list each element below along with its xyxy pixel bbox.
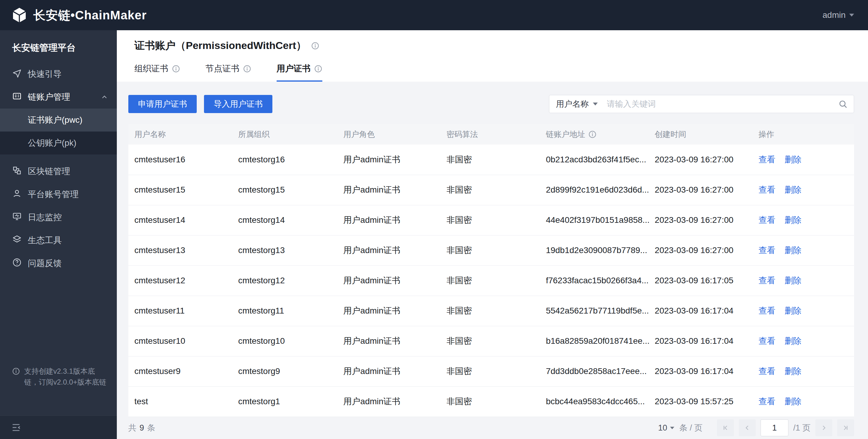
sidebar-item-blockchain-management[interactable]: 区块链管理 — [0, 160, 117, 183]
import-user-cert-button[interactable]: 导入用户证书 — [204, 95, 272, 113]
sidebar-item-chain-accounts[interactable]: 链账户管理 — [0, 86, 117, 108]
search-field-select[interactable]: 用户名称 — [549, 95, 604, 113]
toolbar: 申请用户证书 导入用户证书 用户名称 — [128, 95, 854, 113]
tab-info-icon[interactable] — [172, 65, 180, 73]
cell-created: 2023-03-09 16:17:05 — [649, 266, 752, 296]
tab-info-icon[interactable] — [314, 65, 322, 73]
cell-actions: 查看删除 — [752, 144, 854, 175]
view-link[interactable]: 查看 — [758, 336, 775, 345]
view-link[interactable]: 查看 — [758, 185, 775, 194]
cell-created: 2023-03-09 16:27:00 — [649, 235, 752, 266]
cell-address: b16a82859a20f018741ee... — [540, 326, 649, 356]
table-row: test cmtestorg1 用户admin证书 非国密 bcbc44ea95… — [128, 386, 854, 417]
cell-role: 用户admin证书 — [337, 205, 441, 235]
page-size-select[interactable]: 10 — [658, 423, 674, 433]
tab-label: 用户证书 — [277, 63, 311, 74]
user-menu[interactable]: admin — [823, 10, 854, 20]
table-row: cmtestuser14 cmtestorg14 用户admin证书 非国密 4… — [128, 205, 854, 235]
view-link[interactable]: 查看 — [758, 397, 775, 406]
version-note-text: 支持创建v2.3.1版本底链，订阅v2.0.0+版本底链 — [24, 366, 106, 387]
cell-algorithm: 非国密 — [440, 175, 540, 205]
page-size-unit: 条 / 页 — [679, 423, 703, 433]
cell-algorithm: 非国密 — [440, 266, 540, 296]
delete-link[interactable]: 删除 — [784, 215, 801, 225]
sidebar-item-feedback[interactable]: 问题反馈 — [0, 252, 117, 275]
view-link[interactable]: 查看 — [758, 245, 775, 255]
delete-link[interactable]: 删除 — [784, 185, 801, 194]
sidebar-item-label: 快速引导 — [28, 68, 62, 80]
table-body: cmtestuser16 cmtestorg16 用户admin证书 非国密 0… — [128, 144, 854, 417]
last-page-button[interactable] — [837, 419, 854, 436]
tab-org-cert[interactable]: 组织证书 — [134, 63, 180, 81]
cell-role: 用户admin证书 — [337, 326, 441, 356]
prev-page-button[interactable] — [739, 419, 756, 436]
info-icon — [12, 366, 20, 387]
delete-link[interactable]: 删除 — [784, 306, 801, 315]
page-title: 证书账户（PermissionedWithCert） — [134, 39, 306, 53]
cell-algorithm: 非国密 — [440, 386, 540, 417]
sidebar-item-quick-guide[interactable]: 快速引导 — [0, 63, 117, 86]
first-page-button[interactable] — [717, 419, 734, 436]
sidebar-item-label: 链账户管理 — [28, 91, 70, 103]
next-page-button[interactable] — [815, 419, 832, 436]
sidebar-item-cert-account-pwc[interactable]: 证书账户(pwc) — [0, 108, 117, 132]
cell-role: 用户admin证书 — [337, 386, 441, 417]
cell-user-name: cmtestuser15 — [128, 175, 232, 205]
address-info-icon[interactable] — [588, 130, 596, 138]
search-icon[interactable] — [832, 99, 854, 109]
cell-org: cmtestorg11 — [232, 296, 337, 326]
cell-address: 44e402f3197b0151a9858... — [540, 205, 649, 235]
cell-algorithm: 非国密 — [440, 144, 540, 175]
delete-link[interactable]: 删除 — [784, 397, 801, 406]
tab-info-icon[interactable] — [243, 65, 251, 73]
chevron-up-icon — [100, 93, 108, 101]
col-user-name: 用户名称 — [128, 124, 232, 144]
delete-link[interactable]: 删除 — [784, 245, 801, 255]
monitor-icon — [12, 212, 22, 224]
page-header: 证书账户（PermissionedWithCert） 组织证书 节点证书 — [117, 30, 868, 81]
delete-link[interactable]: 删除 — [784, 155, 801, 164]
cell-algorithm: 非国密 — [440, 205, 540, 235]
cell-user-name: cmtestuser11 — [128, 296, 232, 326]
sidebar-item-platform-accounts[interactable]: 平台账号管理 — [0, 183, 117, 206]
table-header-row: 用户名称 所属组织 用户角色 密码算法 链账户地址 创建时间 操 — [128, 124, 854, 144]
col-org: 所属组织 — [232, 124, 337, 144]
sidebar-item-public-key-account-pk[interactable]: 公钥账户(pk) — [0, 132, 117, 155]
cell-user-name: cmtestuser12 — [128, 266, 232, 296]
user-icon — [12, 189, 22, 200]
current-page-input[interactable] — [761, 419, 788, 436]
apply-user-cert-button[interactable]: 申请用户证书 — [128, 95, 197, 113]
sidebar-item-eco-tools[interactable]: 生态工具 — [0, 229, 117, 252]
cell-user-name: cmtestuser9 — [128, 356, 232, 386]
collapse-sidebar-icon[interactable] — [11, 423, 21, 433]
cell-created: 2023-03-09 16:17:04 — [649, 356, 752, 386]
delete-link[interactable]: 删除 — [784, 276, 801, 285]
chainmaker-logo-icon — [11, 7, 28, 24]
view-link[interactable]: 查看 — [758, 155, 775, 164]
tab-user-cert[interactable]: 用户证书 — [277, 63, 322, 81]
view-link[interactable]: 查看 — [758, 276, 775, 285]
delete-link[interactable]: 删除 — [784, 336, 801, 345]
cell-org: cmtestorg10 — [232, 326, 337, 356]
sidebar-item-label: 问题反馈 — [28, 258, 62, 269]
col-actions: 操作 — [752, 124, 854, 144]
cell-actions: 查看删除 — [752, 356, 854, 386]
view-link[interactable]: 查看 — [758, 306, 775, 315]
page-title-info-icon[interactable] — [311, 42, 319, 50]
view-link[interactable]: 查看 — [758, 215, 775, 225]
tab-node-cert[interactable]: 节点证书 — [206, 63, 251, 81]
sidebar-item-log-monitor[interactable]: 日志监控 — [0, 206, 117, 229]
topbar: 长安链•ChainMaker admin — [0, 0, 868, 30]
guide-icon — [12, 68, 22, 80]
sidebar-item-label: 生态工具 — [28, 235, 62, 246]
cell-address: 0b212acd3bd263f41f5ec... — [540, 144, 649, 175]
cell-user-name: cmtestuser16 — [128, 144, 232, 175]
col-algorithm: 密码算法 — [440, 124, 540, 144]
sidebar-item-label: 区块链管理 — [28, 166, 70, 177]
cell-actions: 查看删除 — [752, 235, 854, 266]
delete-link[interactable]: 删除 — [784, 366, 801, 376]
view-link[interactable]: 查看 — [758, 366, 775, 376]
cell-actions: 查看删除 — [752, 205, 854, 235]
search-input[interactable] — [604, 95, 832, 113]
cell-role: 用户admin证书 — [337, 175, 441, 205]
